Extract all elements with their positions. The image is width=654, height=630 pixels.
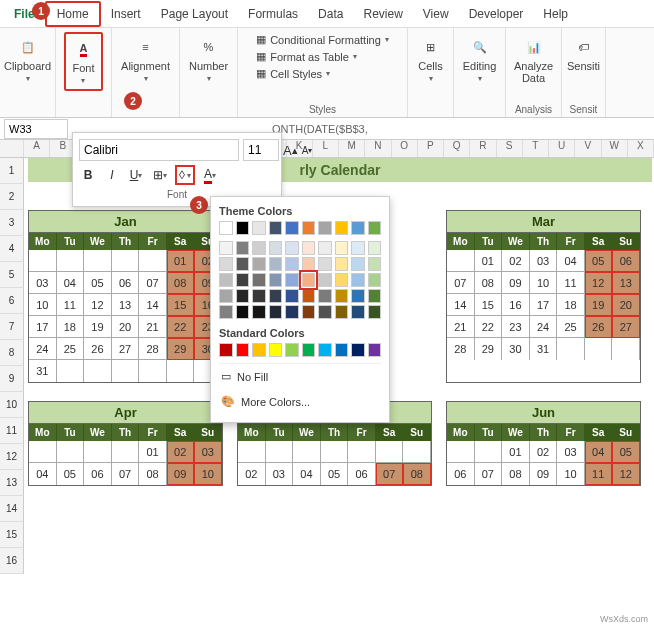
col-header[interactable]: U [549, 140, 575, 157]
editing-button[interactable]: 🔍 Editing ▾ [457, 32, 503, 87]
font-button[interactable]: A Font ▾ [64, 32, 102, 91]
col-header[interactable] [0, 140, 24, 157]
color-swatch[interactable] [219, 221, 233, 235]
calendar-cell[interactable]: 07 [475, 463, 503, 485]
col-header[interactable]: V [575, 140, 601, 157]
row-header[interactable]: 10 [0, 392, 24, 418]
color-swatch[interactable] [285, 289, 299, 303]
calendar-cell[interactable]: 07 [112, 463, 140, 485]
calendar-cell[interactable]: 31 [29, 360, 57, 382]
color-swatch[interactable] [285, 221, 299, 235]
color-swatch[interactable] [269, 257, 283, 271]
calendar-cell[interactable]: 29 [475, 338, 503, 360]
color-swatch[interactable] [335, 257, 349, 271]
calendar-cell[interactable]: 19 [585, 294, 613, 316]
col-header[interactable]: S [497, 140, 523, 157]
name-box[interactable] [4, 119, 68, 139]
calendar-cell[interactable]: 21 [139, 316, 167, 338]
calendar-cell[interactable] [139, 360, 167, 382]
color-swatch[interactable] [269, 241, 283, 255]
color-swatch[interactable] [302, 289, 316, 303]
color-swatch[interactable] [219, 241, 233, 255]
alignment-button[interactable]: ≡ Alignment ▾ [115, 32, 176, 87]
color-swatch[interactable] [318, 221, 332, 235]
color-swatch[interactable] [236, 221, 250, 235]
color-swatch[interactable] [219, 257, 233, 271]
calendar-cell[interactable]: 26 [84, 338, 112, 360]
color-swatch[interactable] [219, 273, 233, 287]
color-swatch[interactable] [302, 257, 316, 271]
calendar-cell[interactable]: 10 [194, 463, 222, 485]
calendar-cell[interactable]: 17 [29, 316, 57, 338]
calendar-cell[interactable]: 22 [475, 316, 503, 338]
calendar-cell[interactable]: 05 [84, 272, 112, 294]
clipboard-button[interactable]: 📋 Clipboard ▾ [0, 32, 57, 87]
calendar-cell[interactable]: 10 [29, 294, 57, 316]
calendar-cell[interactable]: 06 [112, 272, 140, 294]
tab-help[interactable]: Help [533, 3, 578, 25]
calendar-cell[interactable] [403, 441, 431, 463]
calendar-cell[interactable]: 18 [557, 294, 585, 316]
calendar-cell[interactable] [266, 441, 294, 463]
col-header[interactable]: M [339, 140, 365, 157]
row-header[interactable]: 12 [0, 444, 24, 470]
calendar-cell[interactable] [238, 441, 266, 463]
bold-button[interactable]: B [79, 165, 97, 185]
calendar-cell[interactable]: 24 [29, 338, 57, 360]
row-header[interactable]: 8 [0, 340, 24, 366]
color-swatch[interactable] [269, 289, 283, 303]
tab-view[interactable]: View [413, 3, 459, 25]
calendar-cell[interactable]: 09 [502, 272, 530, 294]
calendar-cell[interactable]: 03 [530, 250, 558, 272]
calendar-cell[interactable]: 15 [167, 294, 195, 316]
calendar-cell[interactable]: 09 [167, 463, 195, 485]
col-header[interactable]: N [365, 140, 391, 157]
row-header[interactable]: 4 [0, 236, 24, 262]
calendar-cell[interactable]: 18 [57, 316, 85, 338]
borders-button[interactable]: ⊞ ▾ [151, 165, 169, 185]
color-swatch[interactable] [252, 241, 266, 255]
tab-developer[interactable]: Developer [459, 3, 534, 25]
calendar-cell[interactable]: 11 [557, 272, 585, 294]
tab-insert[interactable]: Insert [101, 3, 151, 25]
calendar-cell[interactable] [84, 360, 112, 382]
calendar-cell[interactable]: 25 [557, 316, 585, 338]
calendar-cell[interactable]: 05 [612, 441, 640, 463]
color-swatch[interactable] [252, 273, 266, 287]
col-header[interactable]: W [602, 140, 628, 157]
number-button[interactable]: % Number ▾ [183, 32, 234, 87]
color-swatch[interactable] [368, 305, 382, 319]
underline-button[interactable]: U ▾ [127, 165, 145, 185]
tab-review[interactable]: Review [353, 3, 412, 25]
calendar-cell[interactable] [585, 338, 613, 360]
color-swatch[interactable] [368, 289, 382, 303]
calendar-cell[interactable]: 06 [348, 463, 376, 485]
calendar-cell[interactable] [612, 338, 640, 360]
color-swatch[interactable] [236, 257, 250, 271]
calendar-cell[interactable]: 11 [57, 294, 85, 316]
calendar-cell[interactable]: 04 [29, 463, 57, 485]
calendar-cell[interactable]: 19 [84, 316, 112, 338]
color-swatch[interactable] [351, 241, 365, 255]
row-header[interactable]: 7 [0, 314, 24, 340]
calendar-cell[interactable] [293, 441, 321, 463]
row-header[interactable]: 13 [0, 470, 24, 496]
calendar-cell[interactable]: 08 [403, 463, 431, 485]
col-header[interactable]: A [24, 140, 50, 157]
calendar-cell[interactable] [447, 250, 475, 272]
calendar-cell[interactable] [112, 360, 140, 382]
row-header[interactable]: 15 [0, 522, 24, 548]
calendar-cell[interactable]: 03 [194, 441, 222, 463]
color-swatch[interactable] [236, 305, 250, 319]
color-swatch[interactable] [368, 241, 382, 255]
calendar-cell[interactable]: 20 [112, 316, 140, 338]
calendar-cell[interactable]: 05 [585, 250, 613, 272]
calendar-cell[interactable]: 14 [447, 294, 475, 316]
font-name-combo[interactable] [79, 139, 239, 161]
tab-pagelayout[interactable]: Page Layout [151, 3, 238, 25]
calendar-cell[interactable]: 04 [585, 441, 613, 463]
calendar-cell[interactable]: 08 [502, 463, 530, 485]
color-swatch[interactable] [252, 343, 266, 357]
color-swatch[interactable] [351, 289, 365, 303]
calendar-cell[interactable]: 01 [502, 441, 530, 463]
